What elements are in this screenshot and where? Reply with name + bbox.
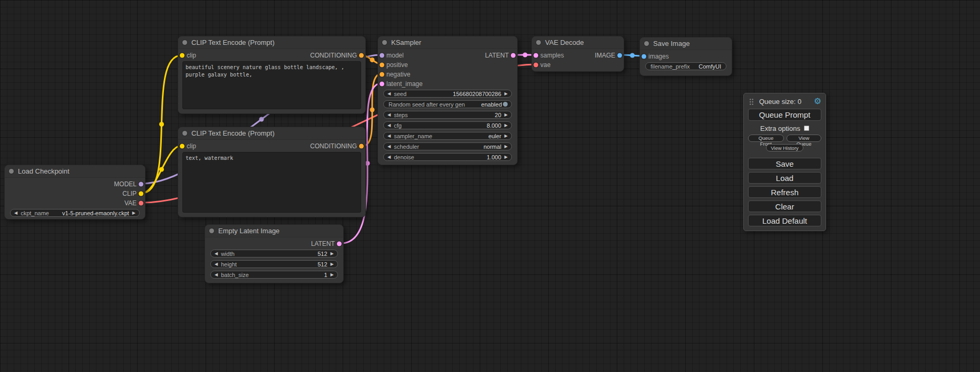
wire-midpoint-dot-clip-negative	[159, 167, 164, 172]
output-slot-latent[interactable]	[511, 53, 516, 58]
widget-filename-prefix[interactable]: filename_prefix ComfyUI	[645, 62, 726, 70]
collapse-dot-icon[interactable]	[182, 131, 187, 136]
node-graph-canvas[interactable]: Load Checkpoint MODEL CLIP VAE ◀ ckpt_na…	[0, 0, 980, 372]
increment-arrow-icon[interactable]: ▶	[504, 92, 508, 96]
increment-arrow-icon[interactable]: ▶	[132, 211, 135, 215]
decrement-arrow-icon[interactable]: ◀	[14, 211, 17, 215]
output-label: CONDITIONING	[310, 52, 357, 59]
increment-arrow-icon[interactable]: ▶	[504, 134, 508, 138]
widget-steps[interactable]: ◀ steps 20 ▶	[383, 111, 512, 119]
increment-arrow-icon[interactable]: ▶	[504, 145, 508, 149]
save-button[interactable]: Save	[748, 158, 821, 169]
view-queue-button[interactable]: View Queue	[787, 135, 821, 142]
increment-arrow-icon[interactable]: ▶	[504, 123, 508, 128]
slot-row: vae	[532, 60, 624, 70]
widget-batch-size[interactable]: ◀ batch_size 1 ▶	[210, 271, 338, 279]
drag-handle-icon[interactable]	[749, 98, 754, 105]
output-row-model: MODEL	[5, 179, 145, 189]
decrement-arrow-icon[interactable]: ◀	[215, 262, 218, 266]
node-title-bar[interactable]: CLIP Text Encode (Prompt)	[178, 36, 365, 49]
extra-options-checkbox[interactable]	[804, 126, 809, 131]
output-slot-latent[interactable]	[337, 242, 342, 246]
decrement-arrow-icon[interactable]: ◀	[215, 273, 218, 277]
queue-front-button[interactable]: Queue Front	[748, 135, 784, 142]
input-slot-vae[interactable]	[533, 63, 538, 68]
input-slot-latent-image[interactable]	[380, 82, 384, 87]
refresh-button[interactable]: Refresh	[748, 186, 821, 198]
decrement-arrow-icon[interactable]: ◀	[387, 92, 391, 96]
output-slot-vae[interactable]	[139, 201, 143, 206]
node-title-bar[interactable]: VAE Decode	[532, 36, 624, 49]
widget-seed[interactable]: ◀ seed 156680208700286 ▶	[383, 90, 512, 98]
widget-denoise[interactable]: ◀ denoise 1.000 ▶	[383, 153, 512, 161]
load-button[interactable]: Load	[748, 172, 821, 184]
collapse-dot-icon[interactable]	[182, 40, 187, 45]
input-slot-model[interactable]	[380, 53, 384, 58]
settings-gear-icon[interactable]: ⚙	[814, 97, 821, 106]
increment-arrow-icon[interactable]: ▶	[331, 252, 334, 256]
collapse-dot-icon[interactable]	[382, 40, 387, 45]
slot-row: clip CONDITIONING	[178, 51, 365, 60]
positive-prompt-textarea[interactable]: beautiful scenery nature glass bottle la…	[182, 61, 361, 109]
node-title-bar[interactable]: KSampler	[378, 36, 517, 49]
decrement-arrow-icon[interactable]: ◀	[387, 145, 391, 149]
input-slot-positive[interactable]	[380, 63, 384, 68]
collapse-dot-icon[interactable]	[536, 40, 541, 45]
increment-arrow-icon[interactable]: ▶	[331, 273, 334, 277]
widget-label: cfg	[394, 122, 402, 129]
negative-prompt-textarea[interactable]: text, watermark	[182, 152, 361, 213]
node-clip-text-encode-positive[interactable]: CLIP Text Encode (Prompt) clip CONDITION…	[178, 36, 366, 114]
node-title-bar[interactable]: Save Image	[640, 37, 732, 50]
node-ksampler[interactable]: KSampler model LATENT positive negative …	[377, 36, 518, 165]
output-slot-model[interactable]	[139, 182, 143, 187]
collapse-dot-icon[interactable]	[209, 228, 214, 233]
node-title-bar[interactable]: Load Checkpoint	[5, 165, 145, 178]
input-label: positive	[386, 61, 408, 69]
widget-height[interactable]: ◀ height 512 ▶	[210, 260, 338, 268]
widget-random-seed-toggle[interactable]: Random seed after every gen enabled	[383, 100, 512, 108]
node-load-checkpoint[interactable]: Load Checkpoint MODEL CLIP VAE ◀ ckpt_na…	[4, 165, 145, 220]
decrement-arrow-icon[interactable]: ◀	[387, 134, 391, 138]
input-slot-images[interactable]	[642, 54, 646, 59]
decrement-arrow-icon[interactable]: ◀	[387, 155, 391, 159]
input-slot-negative[interactable]	[380, 72, 384, 77]
node-vae-decode[interactable]: VAE Decode samples IMAGE vae	[531, 36, 624, 72]
widget-width[interactable]: ◀ width 512 ▶	[210, 250, 338, 257]
menu-header: Queue size: 0 ⚙	[748, 96, 821, 107]
node-title-bar[interactable]: CLIP Text Encode (Prompt)	[178, 127, 365, 140]
output-slot-conditioning[interactable]	[359, 53, 364, 58]
widget-scheduler[interactable]: ◀ scheduler normal ▶	[383, 142, 512, 150]
input-slot-clip[interactable]	[180, 144, 185, 149]
output-slot-conditioning[interactable]	[359, 144, 364, 149]
input-slot-samples[interactable]	[533, 53, 538, 58]
decrement-arrow-icon[interactable]: ◀	[387, 113, 391, 117]
increment-arrow-icon[interactable]: ▶	[504, 155, 508, 159]
node-empty-latent-image[interactable]: Empty Latent Image LATENT ◀ width 512 ▶ …	[205, 224, 344, 283]
decrement-arrow-icon[interactable]: ◀	[215, 252, 218, 256]
collapse-dot-icon[interactable]	[9, 169, 14, 174]
widget-ckpt-name[interactable]: ◀ ckpt_name v1-5-pruned-emaonly.ckpt ▶	[10, 209, 140, 217]
node-title: Save Image	[653, 40, 690, 47]
queue-prompt-button[interactable]: Queue Prompt	[748, 109, 821, 121]
node-title-bar[interactable]: Empty Latent Image	[205, 225, 343, 237]
toggle-knob-icon[interactable]	[503, 102, 508, 107]
widget-cfg[interactable]: ◀ cfg 8.000 ▶	[383, 121, 512, 129]
input-slot-clip[interactable]	[180, 53, 185, 58]
increment-arrow-icon[interactable]: ▶	[331, 262, 334, 266]
decrement-arrow-icon[interactable]: ◀	[387, 123, 391, 128]
load-default-button[interactable]: Load Default	[748, 215, 821, 226]
wire-midpoint-dot-image	[630, 53, 635, 58]
widget-sampler-name[interactable]: ◀ sampler_name euler ▶	[383, 132, 512, 140]
widget-label: scheduler	[394, 144, 419, 150]
clear-button[interactable]: Clear	[748, 201, 821, 212]
queue-menu-panel[interactable]: Queue size: 0 ⚙ Queue Prompt Extra optio…	[743, 93, 826, 231]
widget-value: normal	[483, 144, 501, 150]
collapse-dot-icon[interactable]	[644, 41, 649, 46]
input-label: clip	[187, 142, 196, 150]
output-slot-clip[interactable]	[139, 192, 143, 196]
node-clip-text-encode-negative[interactable]: CLIP Text Encode (Prompt) clip CONDITION…	[178, 127, 366, 217]
output-slot-image[interactable]	[617, 53, 622, 58]
increment-arrow-icon[interactable]: ▶	[504, 113, 508, 117]
view-history-button[interactable]: View History	[766, 144, 803, 151]
node-save-image[interactable]: Save Image images filename_prefix ComfyU…	[639, 37, 732, 76]
